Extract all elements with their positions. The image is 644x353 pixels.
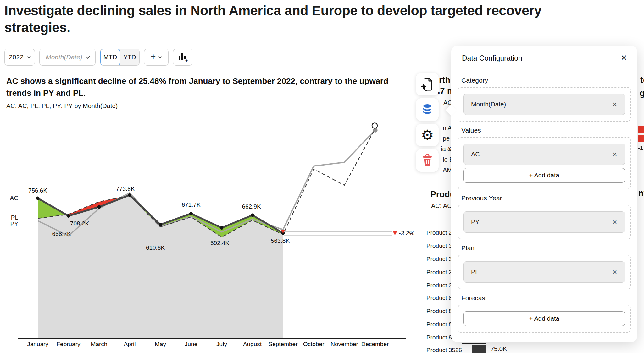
section-label: Plan: [461, 244, 631, 252]
forecast-endpoint: [372, 123, 377, 128]
x-tick-label: August: [243, 341, 262, 347]
ac-point: [189, 212, 193, 215]
bg-product-divider: [425, 290, 452, 290]
bg-product-row: Product 2: [426, 229, 452, 236]
panel-section-category: CategoryMonth(Date)✕: [458, 77, 631, 122]
panel-body: CategoryMonth(Date)✕ValuesAC✕+ Add dataP…: [458, 71, 631, 338]
data-configuration-panel: Data Configuration ✕ CategoryMonth(Date)…: [451, 46, 637, 342]
bg-product-row: Product 3: [426, 282, 452, 289]
bg-product-row: Product 3526: [426, 347, 462, 353]
bg-product-row: Product 3: [426, 242, 452, 249]
x-tick-label: September: [269, 341, 298, 347]
data-label: 773.8K: [116, 186, 135, 192]
data-label: 671.7K: [181, 201, 201, 208]
bg-product-row: Product 8: [426, 308, 452, 315]
x-tick-label: May: [155, 341, 166, 347]
variance-line-chart[interactable]: -3.2%ACPLPY756.6K658.7K708.2K773.8K610.6…: [0, 119, 421, 353]
period-option-ytd[interactable]: YTD: [120, 49, 139, 65]
actual-area: [38, 195, 283, 339]
field-chip-month-date-[interactable]: Month(Date)✕: [463, 94, 625, 115]
chart-type-button[interactable]: +: [173, 49, 192, 66]
bg-product-row: Product 2: [426, 269, 452, 276]
bar-chart-plus-icon: +: [177, 52, 188, 62]
data-label: 658.7K: [52, 231, 71, 237]
series-label-pl: PL: [11, 214, 18, 221]
x-tick-label: December: [361, 341, 389, 347]
category-select[interactable]: Month(Date): [39, 49, 96, 66]
panel-header: Data Configuration ✕: [451, 46, 637, 71]
field-chip-label: AC: [471, 151, 480, 158]
bg-panel-title-fragment: nt: [638, 188, 644, 198]
dashboard-canvas: Investigate declining sales in North Ame…: [0, 0, 644, 353]
field-chip-py[interactable]: PY✕: [463, 211, 625, 233]
bg-products-subtitle: AC: AC: [431, 202, 452, 209]
x-tick-label: June: [185, 341, 197, 347]
delete-button[interactable]: [416, 149, 439, 172]
bg-product-row: Product 8: [426, 295, 452, 301]
panel-title: Data Configuration: [462, 54, 522, 62]
insight-title: AC shows a significant decline of 25.48%…: [6, 75, 391, 99]
ac-point: [67, 214, 70, 218]
data-configuration-button[interactable]: [416, 98, 439, 121]
x-tick-label: October: [303, 341, 325, 347]
x-tick-label: July: [216, 341, 227, 347]
data-label: 592.4K: [210, 240, 230, 246]
year-select[interactable]: 2022: [4, 49, 35, 66]
panel-section-plan: PlanPL✕: [458, 244, 631, 289]
period-option-mtd[interactable]: MTD: [100, 49, 120, 66]
settings-button[interactable]: ⚙︎: [416, 124, 439, 146]
bg-product-row: Product 3: [426, 256, 452, 263]
ac-point: [97, 205, 101, 209]
field-chip-label: PL: [471, 269, 479, 276]
data-label: 563.8K: [271, 237, 290, 244]
chevron-down-icon: [27, 54, 31, 58]
chevron-down-icon: [86, 54, 90, 58]
field-chip-label: Month(Date): [471, 101, 506, 108]
x-tick-label: January: [27, 341, 48, 347]
bg-variance-label-fragment: -1: [638, 145, 643, 152]
insight-subtitle: AC: AC, PL: PL, PY: PY by Month(Date): [6, 102, 118, 110]
data-label: 756.6K: [28, 187, 47, 194]
bg-mini-bar-value: 75.0K: [491, 345, 507, 353]
bg-right-insight-fragment: g s: [640, 89, 644, 98]
gear-icon: ⚙︎: [421, 128, 434, 142]
page-title: Investigate declining sales in North Ame…: [4, 2, 558, 36]
year-select-value: 2022: [9, 53, 24, 61]
ai-insights-button[interactable]: [416, 73, 439, 95]
bg-right-insight-fragment: te: [640, 75, 644, 85]
bg-divider-line: [637, 71, 644, 71]
bg-mini-bar: [472, 345, 486, 353]
database-icon: [421, 103, 434, 116]
bg-title-fragment: rth: [439, 75, 450, 85]
field-chip-label: PY: [471, 219, 480, 226]
variance-annotation: -3.2%: [399, 230, 414, 236]
remove-icon[interactable]: ✕: [612, 269, 617, 276]
ai-document-icon: [421, 77, 434, 91]
drop-zone: AC✕+ Add data: [458, 137, 631, 189]
add-comparison-button[interactable]: +: [144, 49, 169, 66]
remove-icon[interactable]: ✕: [612, 101, 617, 108]
section-label: Forecast: [461, 294, 631, 302]
add-data-button[interactable]: + Add data: [463, 311, 625, 326]
remove-icon[interactable]: ✕: [612, 151, 617, 158]
x-tick-label: February: [56, 341, 80, 347]
x-tick-label: November: [330, 341, 358, 347]
drop-zone: PY✕: [458, 205, 631, 239]
ac-point: [128, 193, 131, 197]
section-label: Values: [461, 127, 631, 134]
field-chip-pl[interactable]: PL✕: [463, 261, 625, 283]
panel-section-values: ValuesAC✕+ Add data: [458, 127, 631, 189]
close-icon[interactable]: ✕: [621, 53, 627, 62]
section-label: Previous Year: [461, 194, 631, 202]
field-chip-ac[interactable]: AC✕: [463, 144, 625, 165]
chevron-down-icon: [158, 54, 162, 58]
add-data-button[interactable]: + Add data: [463, 168, 625, 183]
remove-icon[interactable]: ✕: [612, 219, 617, 226]
drop-zone: + Add data: [458, 305, 631, 333]
x-tick-label: March: [91, 341, 108, 347]
bg-negative-variance-bar: [638, 126, 644, 133]
chart-toolbar: ⚙︎: [416, 73, 439, 172]
panel-section-previous-year: Previous YearPY✕: [458, 194, 631, 239]
bg-negative-variance-bar: [638, 135, 644, 142]
bg-product-row: Product 8: [426, 334, 452, 341]
